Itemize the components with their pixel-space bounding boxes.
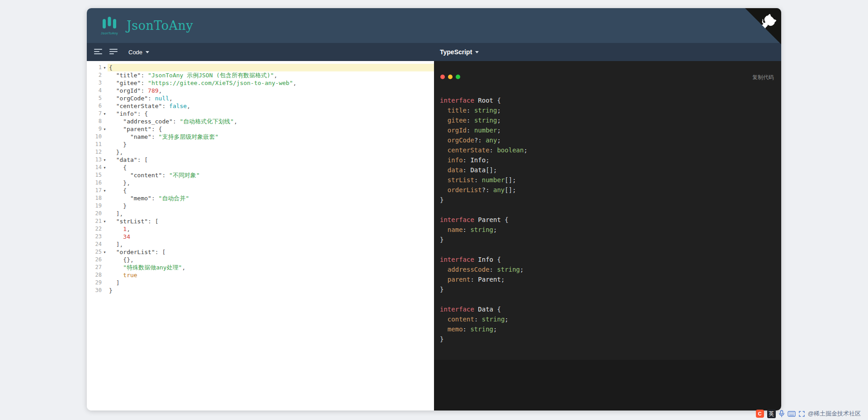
output-language-dropdown[interactable]: TypeScript	[440, 48, 479, 56]
format-json-button[interactable]	[93, 47, 103, 57]
output-line	[440, 245, 528, 255]
code-token: memo	[448, 326, 463, 333]
code-token: },	[109, 149, 123, 156]
code-token: :	[148, 95, 155, 102]
code-token: addressCode	[448, 266, 490, 273]
code-token: ;	[497, 107, 500, 114]
toolbar-left: Code	[87, 43, 434, 61]
fold-arrow-icon[interactable]: ▾	[102, 156, 108, 164]
code-token	[109, 249, 116, 255]
chevron-down-icon	[475, 51, 479, 53]
code-token: :	[463, 326, 471, 333]
fold-arrow-icon[interactable]: ▾	[102, 217, 108, 225]
green-dot-icon	[456, 75, 460, 79]
code-token: "content"	[130, 172, 162, 179]
code-token	[440, 107, 448, 114]
editor-line: 27 "特殊数据做any处理",	[87, 264, 434, 271]
typescript-output-code: interface Root { title: string; gitee: s…	[440, 95, 528, 344]
editor-line: 13▾ "data": [	[87, 156, 434, 164]
ime-keyboard-icon[interactable]	[788, 411, 796, 417]
code-token: string	[470, 226, 493, 233]
code-token	[109, 118, 123, 125]
line-number: 12	[87, 148, 102, 156]
editor-gutter: 10	[87, 133, 108, 141]
code-token	[440, 186, 448, 193]
logo-mark-icon	[102, 17, 117, 31]
code-token: ]	[109, 279, 119, 286]
fold-arrow-icon[interactable]: ▾	[102, 64, 108, 71]
compress-json-button[interactable]	[108, 47, 118, 57]
code-token	[109, 156, 116, 163]
copy-code-button[interactable]: 复制代码	[752, 74, 774, 81]
editor-line-code: },	[108, 179, 434, 187]
code-token: Parent	[478, 276, 501, 283]
source-language-dropdown[interactable]: Code	[128, 49, 149, 56]
line-number: 3	[87, 79, 102, 87]
code-token	[109, 233, 123, 240]
code-token: ,	[182, 264, 185, 271]
editor-gutter: 6	[87, 102, 108, 110]
code-token: {},	[109, 256, 134, 263]
code-token: gitee	[448, 117, 467, 124]
code-token: data	[448, 166, 463, 174]
code-token: :	[467, 127, 474, 134]
editor-line-code: ]	[108, 279, 434, 287]
editor-gutter: 17▾	[87, 187, 108, 194]
editor-gutter: 19	[87, 202, 108, 210]
code-token: :	[151, 195, 159, 202]
editor-line-code: "address_code": "自动格式化下划线",	[108, 118, 434, 125]
output-line	[440, 205, 528, 215]
line-number: 22	[87, 225, 102, 233]
code-token: "centerState"	[116, 103, 162, 109]
microphone-icon[interactable]	[779, 410, 784, 417]
code-token: :	[474, 176, 482, 184]
code-token	[440, 137, 448, 144]
fold-arrow-icon[interactable]: ▾	[102, 248, 108, 256]
code-token: ,	[127, 226, 130, 232]
editor-line-code: }	[108, 287, 434, 294]
code-token	[109, 195, 130, 202]
csdn-tray-icon[interactable]: C	[756, 410, 764, 418]
editor-gutter: 9▾	[87, 125, 108, 133]
editor-line-code: 1,	[108, 225, 434, 233]
output-line: strList: number[];	[440, 175, 528, 185]
code-token	[440, 326, 448, 333]
line-number: 10	[87, 133, 102, 141]
toolbar: Code TypeScript	[87, 43, 781, 61]
editor-line-code: "name": "支持多层级对象嵌套"	[108, 133, 434, 141]
code-token: :	[463, 226, 471, 233]
code-token: : [	[155, 249, 165, 255]
code-token: Info	[478, 256, 493, 263]
output-line: info: Info;	[440, 155, 528, 165]
code-token: string	[474, 107, 497, 114]
code-token	[440, 176, 448, 184]
app-header: JsonToAny JsonToAny	[87, 8, 781, 43]
fullscreen-icon[interactable]	[799, 411, 805, 417]
code-token	[109, 226, 123, 232]
fold-arrow-icon[interactable]: ▾	[102, 164, 108, 171]
code-token: Root	[478, 97, 493, 104]
fold-arrow-icon[interactable]: ▾	[102, 187, 108, 194]
code-token: ;	[520, 266, 524, 273]
editor-gutter: 28	[87, 271, 108, 279]
json-editor[interactable]: 1▾{2 "title": "JsonToAny 示例JSON (包含所有数据格…	[87, 61, 434, 411]
code-token: ,	[293, 80, 297, 86]
ime-language-badge[interactable]: 英	[767, 410, 776, 418]
output-line: gitee: string;	[440, 115, 528, 125]
editor-line-code: {	[108, 187, 434, 194]
code-token: ;	[493, 326, 497, 333]
code-token: :	[162, 103, 169, 109]
line-number: 14	[87, 164, 102, 171]
fold-arrow-icon[interactable]: ▾	[102, 110, 108, 118]
app-logo[interactable]: JsonToAny	[99, 17, 120, 35]
code-token: orderList	[448, 186, 482, 193]
toolbar-right: TypeScript	[434, 43, 781, 61]
code-token: {	[109, 164, 127, 171]
fold-arrow-icon[interactable]: ▾	[102, 125, 108, 133]
editor-gutter: 1▾	[87, 64, 108, 71]
github-corner-link[interactable]	[745, 8, 781, 44]
code-token	[440, 276, 448, 283]
code-token	[109, 72, 116, 79]
code-token: "自动合并"	[159, 195, 189, 202]
code-token: string	[474, 117, 497, 124]
